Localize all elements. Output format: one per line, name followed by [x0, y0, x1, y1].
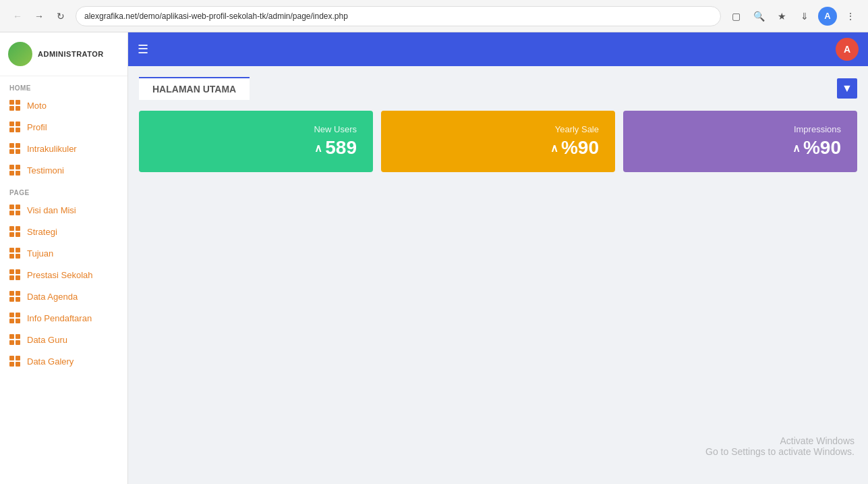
- sidebar-logo: ADMINISTRATOR: [0, 32, 127, 76]
- sidebar-item-strategi[interactable]: Strategi: [0, 221, 127, 242]
- stat-number-new-users: 589: [325, 137, 357, 159]
- grid-icon-intrakulikuler: [9, 143, 20, 154]
- grid-icon-galery: [9, 356, 20, 367]
- stat-number-impressions: %90: [803, 137, 841, 159]
- top-bar: ☰ A: [128, 32, 868, 66]
- stat-arrow-yearly-sale: ∧: [550, 142, 558, 155]
- sidebar-item-moto[interactable]: Moto: [0, 95, 127, 116]
- stat-label-yearly-sale: Yearly Sale: [555, 124, 599, 134]
- back-button[interactable]: ←: [8, 7, 27, 26]
- hamburger-icon[interactable]: ☰: [138, 42, 148, 57]
- cast-icon[interactable]: ▢: [726, 7, 745, 26]
- section-page-label: PAGE: [0, 181, 127, 199]
- stat-value-yearly-sale: ∧ %90: [550, 137, 599, 159]
- stat-arrow-new-users: ∧: [314, 142, 322, 155]
- sidebar-label-visi: Visi dan Misi: [27, 205, 76, 215]
- browser-user-avatar[interactable]: A: [818, 7, 837, 26]
- grid-icon-testimoni: [9, 165, 20, 176]
- browser-icons: ▢ 🔍 ★ ⇓ A ⋮: [726, 7, 860, 26]
- stat-label-impressions: Impressions: [794, 124, 841, 134]
- sidebar-item-galery[interactable]: Data Galery: [0, 350, 127, 372]
- page-header: HALAMAN UTAMA ▼: [139, 77, 857, 100]
- sidebar-item-testimoni[interactable]: Testimoni: [0, 159, 127, 181]
- search-icon[interactable]: 🔍: [749, 7, 768, 26]
- app-layout: ADMINISTRATOR HOME Moto Profil Intrakuli…: [0, 32, 868, 484]
- bookmark-icon[interactable]: ★: [772, 7, 791, 26]
- grid-icon-guru: [9, 334, 20, 345]
- logo-icon: [8, 42, 32, 66]
- stat-arrow-impressions: ∧: [792, 142, 801, 155]
- sidebar-item-visi[interactable]: Visi dan Misi: [0, 199, 127, 221]
- section-home-label: HOME: [0, 76, 127, 95]
- stats-row: New Users ∧ 589 Yearly Sale ∧ %90 Impres…: [139, 111, 857, 172]
- browser-chrome: ← → ↻ alexgrafika.net/demo/aplikasi-web-…: [0, 0, 868, 32]
- sidebar-item-info[interactable]: Info Pendaftaran: [0, 307, 127, 329]
- grid-icon-agenda: [9, 291, 20, 302]
- grid-icon-tujuan: [9, 248, 20, 259]
- grid-icon-prestasi: [9, 269, 20, 280]
- topbar-user-avatar[interactable]: A: [836, 38, 859, 61]
- page-header-dropdown[interactable]: ▼: [837, 78, 857, 99]
- url-text: alexgrafika.net/demo/aplikasi-web-profil…: [84, 11, 348, 21]
- grid-icon-profil: [9, 122, 20, 132]
- sidebar-label-profil: Profil: [27, 122, 47, 132]
- reload-button[interactable]: ↻: [51, 7, 70, 26]
- sidebar-item-prestasi[interactable]: Prestasi Sekolah: [0, 264, 127, 286]
- stat-value-impressions: ∧ %90: [792, 137, 841, 159]
- content-area: HALAMAN UTAMA ▼ New Users ∧ 589 Yearly S…: [128, 66, 868, 484]
- sidebar-item-guru[interactable]: Data Guru: [0, 329, 127, 350]
- sidebar: ADMINISTRATOR HOME Moto Profil Intrakuli…: [0, 32, 128, 484]
- stat-value-new-users: ∧ 589: [314, 137, 357, 159]
- sidebar-label-info: Info Pendaftaran: [27, 313, 92, 323]
- stat-card-impressions: Impressions ∧ %90: [623, 111, 857, 172]
- forward-button[interactable]: →: [30, 7, 49, 26]
- sidebar-label-tujuan: Tujuan: [27, 248, 53, 259]
- stat-label-new-users: New Users: [314, 124, 357, 134]
- sidebar-item-agenda[interactable]: Data Agenda: [0, 286, 127, 307]
- sidebar-item-intrakulikuler[interactable]: Intrakulikuler: [0, 138, 127, 159]
- stat-card-new-users: New Users ∧ 589: [139, 111, 373, 172]
- grid-icon-visi: [9, 205, 20, 215]
- sidebar-label-prestasi: Prestasi Sekolah: [27, 270, 93, 280]
- sidebar-label-testimoni: Testimoni: [27, 165, 64, 176]
- menu-icon[interactable]: ⋮: [841, 7, 860, 26]
- sidebar-label-intrakulikuler: Intrakulikuler: [27, 144, 77, 154]
- stat-card-yearly-sale: Yearly Sale ∧ %90: [381, 111, 615, 172]
- sidebar-label-guru: Data Guru: [27, 335, 67, 345]
- nav-buttons: ← → ↻: [8, 7, 70, 26]
- address-bar[interactable]: alexgrafika.net/demo/aplikasi-web-profil…: [76, 6, 721, 26]
- sidebar-label-moto: Moto: [27, 101, 47, 111]
- sidebar-label-strategi: Strategi: [27, 227, 57, 237]
- logo-text: ADMINISTRATOR: [38, 50, 104, 58]
- grid-icon-info: [9, 313, 20, 323]
- grid-icon-moto: [9, 100, 20, 111]
- main-area: ☰ A HALAMAN UTAMA ▼ New Users ∧ 589: [128, 32, 868, 484]
- stat-number-yearly-sale: %90: [561, 137, 599, 159]
- top-bar-right: A: [836, 38, 859, 61]
- grid-icon-strategi: [9, 226, 20, 237]
- sidebar-item-profil[interactable]: Profil: [0, 116, 127, 138]
- download-icon[interactable]: ⇓: [795, 7, 814, 26]
- sidebar-item-tujuan[interactable]: Tujuan: [0, 242, 127, 264]
- sidebar-label-agenda: Data Agenda: [27, 292, 78, 302]
- page-title: HALAMAN UTAMA: [139, 77, 250, 100]
- sidebar-label-galery: Data Galery: [27, 356, 74, 367]
